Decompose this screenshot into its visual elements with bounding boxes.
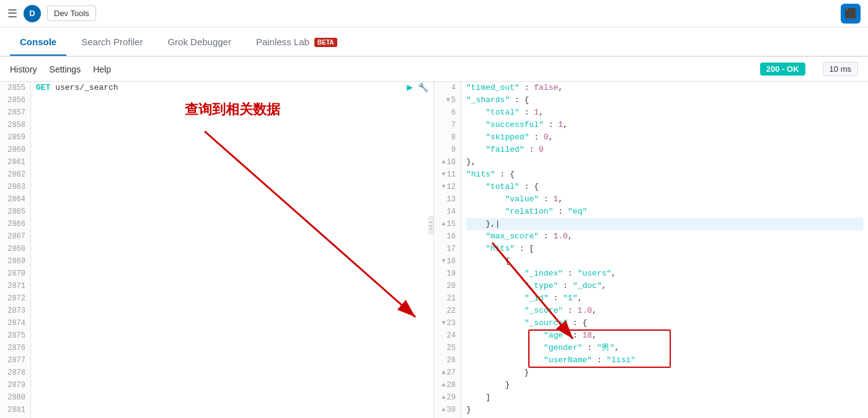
avatar[interactable]: D [24, 5, 41, 22]
output-line-num: 9 [439, 144, 456, 156]
editor-line [36, 243, 428, 255]
output-line: "total" : 1, [466, 107, 863, 119]
editor-line [36, 168, 428, 181]
output-line-num: ▼12 [439, 181, 456, 193]
output-line: "_id" : "1", [466, 292, 863, 305]
output-line: { [466, 255, 863, 268]
output-line-numbers: 4 ▼5 6 7 8 9 ▲10 ▼11 ▼12 13 14 ▲15 16 17… [434, 82, 461, 418]
output-line: "hits" : [ [466, 243, 863, 255]
top-bar: ☰ D Dev Tools ⬛ [0, 0, 868, 27]
output-line: "successful" : 1, [466, 119, 863, 131]
output-line: "failed" : 0 [466, 144, 863, 156]
help-button[interactable]: Help [93, 64, 111, 74]
main-content: 2855 2856 2857 2858 2859 2860 2861 2862 … [0, 82, 868, 418]
editor-line [36, 391, 428, 404]
http-method: GET [36, 82, 50, 94]
output-line-num: 16 [439, 230, 456, 243]
output-line-num: ▲15 [439, 218, 456, 230]
wrench-icon[interactable]: 🔧 [418, 82, 428, 94]
code-editor: 2855 2856 2857 2858 2859 2860 2861 2862 … [0, 82, 433, 418]
line-number: 2872 [5, 292, 25, 305]
menu-icon[interactable]: ☰ [7, 7, 17, 20]
editor-line [36, 144, 428, 156]
run-icon[interactable]: ▶ [407, 82, 413, 94]
tab-search-profiler[interactable]: Search Profiler [71, 29, 153, 56]
history-button[interactable]: History [10, 64, 37, 74]
output-line: "total" : { [466, 181, 863, 193]
editor-line [36, 280, 428, 292]
output-line-num: 24 [439, 329, 456, 342]
editor-line [36, 94, 428, 107]
output-line-num: 13 [439, 193, 456, 206]
editor-line [36, 342, 428, 354]
line-number: 2877 [5, 354, 25, 367]
output-line: "_source" : { [466, 317, 863, 329]
tab-painless-lab[interactable]: Painless Lab BETA [246, 29, 347, 56]
output-line: }, [466, 156, 863, 168]
line-number: 2881 [5, 404, 25, 416]
editor-line [36, 255, 428, 268]
output-line-num: 25 [439, 342, 456, 354]
output-line-num: ▼5 [439, 94, 456, 107]
output-line-highlighted: },| [466, 218, 863, 230]
tab-grok-debugger[interactable]: Grok Debugger [157, 29, 241, 56]
divider-handle[interactable]: ⋮ [428, 216, 433, 235]
editor-line [36, 367, 428, 379]
editor-line [36, 329, 428, 342]
editor-content[interactable]: GET users/_search ▶ 🔧 [31, 82, 433, 418]
output-line-num: 21 [439, 292, 456, 305]
line-number: 2856 [5, 94, 25, 107]
editor-line [36, 404, 428, 416]
output-line-age: "age" : 18, [466, 329, 863, 342]
editor-line [36, 268, 428, 280]
output-line: "timed_out" : false, [466, 82, 863, 94]
line-number: 2880 [5, 391, 25, 404]
editor-line [36, 317, 428, 329]
output-line-num: 19 [439, 268, 456, 280]
output-line-num: 14 [439, 206, 456, 218]
output-line-num: 17 [439, 243, 456, 255]
editor-line [36, 206, 428, 218]
line-number: 2869 [5, 255, 25, 268]
output-line-num: 6 [439, 107, 456, 119]
output-line-num: ▲10 [439, 156, 456, 168]
tab-console[interactable]: Console [10, 29, 66, 56]
editor-line [36, 379, 428, 391]
output-line: "_index" : "users", [466, 268, 863, 280]
editor-line [36, 107, 428, 119]
output-line: ] [466, 391, 863, 404]
output-line: "hits" : { [466, 168, 863, 181]
dev-tools-button[interactable]: Dev Tools [47, 6, 96, 21]
editor-line [36, 193, 428, 206]
output-line: "_shards" : { [466, 94, 863, 107]
output-panel: 4 ▼5 6 7 8 9 ▲10 ▼11 ▼12 13 14 ▲15 16 17… [434, 82, 868, 418]
output-line-gender: "gender" : "男", [466, 342, 863, 354]
camera-icon[interactable]: ⬛ [841, 4, 861, 24]
output-line-num: ▲30 [439, 404, 456, 416]
request-line: GET users/_search ▶ 🔧 [36, 82, 428, 94]
output-line: "skipped" : 0, [466, 131, 863, 144]
line-number: 2875 [5, 329, 25, 342]
output-editor: 4 ▼5 6 7 8 9 ▲10 ▼11 ▼12 13 14 ▲15 16 17… [434, 82, 868, 418]
output-line: "max_score" : 1.0, [466, 230, 863, 243]
line-number: 2858 [5, 119, 25, 131]
output-line-num: ▲27 [439, 367, 456, 379]
output-line: } [466, 379, 863, 391]
settings-button[interactable]: Settings [50, 64, 81, 74]
editor-line [36, 119, 428, 131]
output-line: "_score" : 1.0, [466, 305, 863, 317]
line-number: 2867 [5, 230, 25, 243]
output-line-num: 7 [439, 119, 456, 131]
top-bar-right: ⬛ [841, 4, 861, 24]
output-line-num: ▲29 [439, 391, 456, 404]
editor-line [36, 230, 428, 243]
line-number: 2879 [5, 379, 25, 391]
output-line: "relation" : "eq" [466, 206, 863, 218]
line-number: 2866 [5, 218, 25, 230]
editor-line [36, 218, 428, 230]
output-line-num: ▼23 [439, 317, 456, 329]
time-badge: 10 ms [823, 62, 858, 76]
line-number: 2861 [5, 156, 25, 168]
output-line-num: 20 [439, 280, 456, 292]
editor-line [36, 305, 428, 317]
